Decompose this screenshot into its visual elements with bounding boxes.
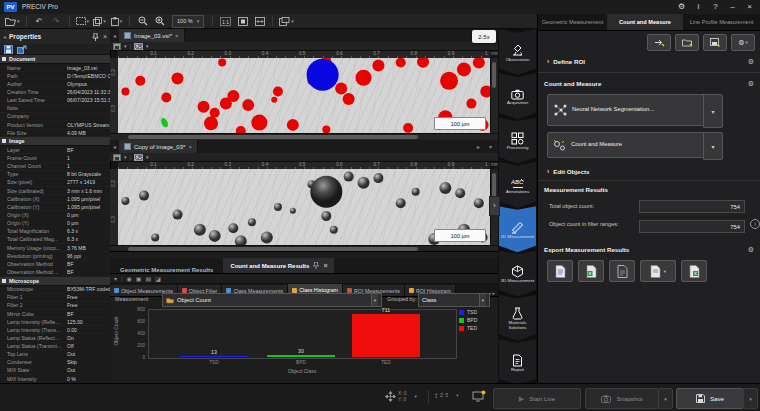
measurement-dropdown[interactable]: Object Count ▾ (162, 293, 382, 307)
tab2-scroll-left-icon[interactable]: ◂ (110, 143, 119, 150)
close-icon[interactable]: × (743, 1, 756, 13)
help-icon[interactable]: ? (709, 1, 722, 13)
adjust-image-icon[interactable] (134, 43, 143, 50)
xy-dropdown-icon[interactable]: ▾ (415, 394, 417, 399)
nn-dropdown-icon[interactable]: ▾ (703, 94, 723, 128)
count-measure-gear-icon[interactable]: ⚙ (748, 80, 754, 88)
edit-objects-section[interactable]: › Edit Objects (547, 168, 589, 175)
export-results-icon[interactable]: ▤ (146, 275, 152, 282)
rtab-geometric-measurement[interactable]: Geometric Measurement (538, 14, 608, 30)
select-tool-button[interactable]: ▾ (75, 15, 91, 27)
save-dropdown-icon[interactable]: ▾ (124, 43, 127, 49)
close-panel-icon[interactable]: × (103, 33, 107, 41)
paste-button[interactable]: ▾ (109, 15, 124, 27)
rtab-count-and-measure[interactable]: Count and Measure (608, 14, 683, 30)
info-icon[interactable]: i (750, 219, 760, 229)
nav-3d-measurement[interactable]: 3D Measurement (499, 251, 536, 297)
close-tab2-icon[interactable]: × (188, 144, 192, 150)
pin-icon[interactable] (313, 262, 319, 269)
settings-icon[interactable]: ⚙ (675, 1, 688, 13)
undo-button[interactable]: ↶ (32, 15, 47, 27)
tab2-scroll-right-icon[interactable]: ▸ (474, 143, 483, 150)
save-button[interactable]: Save (676, 388, 744, 409)
viewer2-image[interactable]: 100 µm (118, 169, 490, 245)
neural-network-segmentation-button[interactable]: Neural Network Segmentation... ▾ (547, 94, 705, 126)
close-tab-icon[interactable]: × (175, 33, 179, 39)
cm-dropdown-icon[interactable]: ▾ (703, 132, 723, 160)
zoom-dropdown-icon[interactable]: ▾ (197, 18, 200, 24)
viewer1-tab[interactable]: Image_03.vsi* × (119, 29, 185, 42)
info-icon[interactable]: i (692, 1, 705, 13)
stage-z-control[interactable]: ↕ Z: 5 ▾ (434, 391, 459, 400)
select-objects-icon[interactable]: ◉ (127, 275, 132, 282)
save2-dropdown-icon[interactable]: ▾ (124, 154, 127, 160)
properties-section-microscope[interactable]: Microscope (0, 277, 110, 286)
copy-button[interactable]: ▾ (92, 15, 107, 27)
export-word-button[interactable] (547, 260, 573, 282)
nav-observation[interactable]: Observation (499, 29, 536, 75)
export-report-button[interactable]: ▾ (640, 260, 676, 282)
settings-results-icon[interactable]: ◪ (155, 275, 161, 282)
export-csv-button[interactable] (609, 260, 635, 282)
measurement-dropdown-arrow[interactable]: ▾ (371, 294, 378, 306)
nav-annotations[interactable]: ABCAnnotations (499, 162, 536, 208)
define-roi-gear-icon[interactable]: ⚙ (748, 58, 754, 66)
display-output-icon[interactable] (472, 389, 486, 407)
z-dropdown-icon[interactable]: ▾ (456, 393, 458, 398)
filter-rows-icon[interactable]: ▾ (114, 275, 117, 282)
save-properties-icon[interactable] (4, 45, 13, 54)
apply-settings-button[interactable] (647, 34, 671, 51)
tab2-menu-icon[interactable]: ▾ (486, 143, 495, 150)
nav-2d-measurement[interactable]: 2D Measurement (499, 206, 536, 252)
tab-geometric-results[interactable]: Geometric Measurement Results (110, 267, 223, 273)
load-settings-button[interactable] (675, 34, 699, 51)
nav-acquisition[interactable]: Acquisition (499, 73, 536, 119)
actual-size-button[interactable]: 1:1 (218, 15, 233, 27)
nav-materials-solutions[interactable]: Materials Solutions (499, 295, 536, 341)
layout-button[interactable]: ▾ (278, 15, 295, 27)
redo-button[interactable]: ↷ (49, 15, 64, 27)
zoom-out-button[interactable] (135, 15, 150, 27)
export-properties-icon[interactable] (17, 45, 27, 54)
count-and-measure-button[interactable]: Count and Measure ▾ (547, 132, 705, 158)
save-dropdown-icon[interactable]: ▾ (743, 388, 758, 409)
collapse-left-icon[interactable]: ◂ (3, 33, 6, 40)
define-roi-section[interactable]: › Define ROI (547, 58, 585, 65)
rtab-line-profile-measurement[interactable]: Line Profile Measurement (683, 14, 760, 30)
pin-icon[interactable] (92, 33, 99, 41)
zoom-level-select[interactable]: 100 %▾ (172, 15, 204, 28)
grouped-by-dropdown-arrow[interactable]: ▾ (479, 294, 486, 306)
export-gear-icon[interactable]: ⚙ (748, 246, 754, 254)
panel-expander-icon[interactable]: › (489, 196, 500, 216)
viewer1-image[interactable]: 100 µm (118, 58, 490, 133)
open-button[interactable]: ▾ (4, 15, 21, 27)
export-report-dropdown-icon[interactable]: ▾ (664, 269, 666, 274)
adjust-dropdown-icon[interactable]: ▾ (146, 43, 149, 49)
properties-section-document[interactable]: Document (0, 55, 110, 64)
properties-section-image[interactable]: Image (0, 137, 110, 146)
tab-count-measure-results[interactable]: Count and Measure Results × (223, 258, 334, 273)
fit-to-window-button[interactable] (235, 15, 250, 27)
zoom-in-button[interactable] (152, 15, 167, 27)
nav-report[interactable]: Report (499, 339, 536, 385)
more-settings-button[interactable]: ⚙▾ (731, 34, 755, 51)
adjust-image2-icon[interactable] (134, 154, 143, 161)
export-workbook-button[interactable] (681, 260, 707, 282)
close-results-icon[interactable]: × (323, 262, 327, 269)
save-settings-button[interactable] (703, 34, 727, 51)
fit-width-button[interactable] (252, 15, 267, 27)
copy-results-icon[interactable]: ▣ (136, 275, 142, 282)
adjust2-dropdown-icon[interactable]: ▾ (146, 154, 149, 160)
minimize-icon[interactable]: – (726, 1, 739, 13)
expand-edit-objects-icon[interactable]: › (547, 168, 549, 175)
viewer2-tab[interactable]: Copy of Image_03* × (119, 140, 198, 153)
expand-define-roi-icon[interactable]: › (547, 58, 549, 65)
grouped-by-dropdown[interactable]: Class ▾ (418, 293, 490, 307)
save-image-icon[interactable] (113, 43, 121, 50)
snapshot-dropdown-icon[interactable]: ▾ (658, 388, 673, 409)
stage-xy-control[interactable]: X: 0 Y: 0 ▾ (385, 391, 417, 402)
export-excel-button[interactable] (578, 260, 604, 282)
nav-processing[interactable]: Processing (499, 118, 536, 164)
tab-scroll-left-icon[interactable]: ◂ (110, 32, 119, 39)
save-image2-icon[interactable] (113, 154, 121, 161)
